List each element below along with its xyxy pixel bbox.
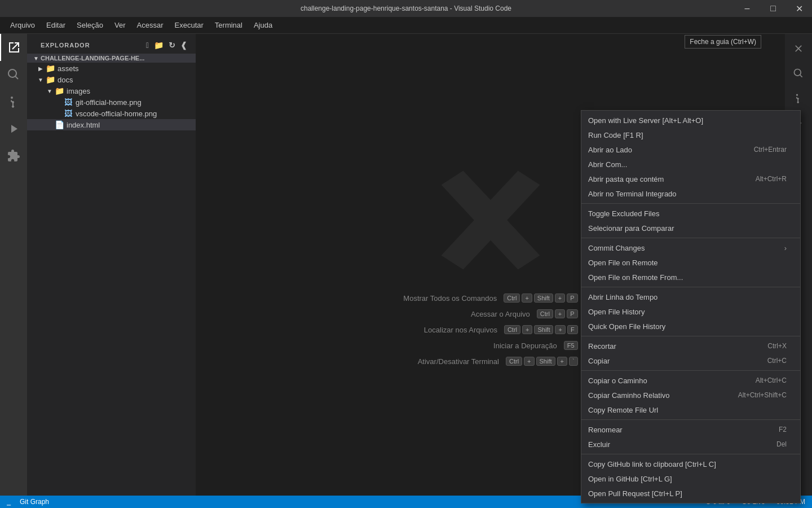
kbd-group-0: Ctrl + Shift + P bbox=[504, 294, 577, 303]
kbd-plus-1: + bbox=[555, 309, 565, 318]
ctx-separator-7 bbox=[581, 238, 800, 238]
collapse-button[interactable]: ❰ bbox=[179, 40, 189, 51]
ctx-menu-item-13[interactable]: Quick Open File History bbox=[581, 319, 800, 334]
welcome-label-4: Ativar/Desativar Terminal bbox=[418, 357, 499, 366]
ctx-item-label-14: Recortar bbox=[588, 342, 616, 351]
ctx-separator-13 bbox=[581, 336, 800, 336]
ctx-menu-item-23[interactable]: Open Pull Request [Ctrl+L P] bbox=[581, 486, 800, 501]
new-folder-button[interactable]: 📁 bbox=[153, 40, 165, 51]
ctx-menu-item-9[interactable]: Open File on Remote bbox=[581, 255, 800, 270]
file-icon-html: 📄 bbox=[54, 120, 64, 129]
close-button[interactable]: ✕ bbox=[786, 0, 812, 17]
minimize-button[interactable]: – bbox=[734, 0, 760, 17]
kbd-ctrl-1: Ctrl bbox=[537, 309, 553, 318]
tree-item-docs[interactable]: ▼ 📁 docs bbox=[27, 74, 196, 85]
menubar: Arquivo Editar Seleção Ver Acessar Execu… bbox=[0, 17, 812, 34]
tree-item-vscode-png[interactable]: 🖼 vscode-official-home.png bbox=[27, 108, 196, 119]
ctx-item-shortcut-14: Ctrl+X bbox=[767, 342, 787, 350]
explorer-header: EXPLORADOR  📁 ↻ ❰ bbox=[27, 34, 196, 54]
ctx-menu-item-11[interactable]: Abrir Linha do Tempo bbox=[581, 290, 800, 304]
statusbar-git-label[interactable]: Git Graph bbox=[17, 498, 51, 506]
menu-editar[interactable]: Editar bbox=[41, 19, 71, 32]
kbd-ctrl-2: Ctrl bbox=[504, 325, 520, 334]
menu-ajuda[interactable]: Ajuda bbox=[248, 19, 278, 32]
ctx-separator-18 bbox=[581, 419, 800, 420]
ctx-item-label-19: Renomear bbox=[588, 426, 623, 434]
ctx-menu-item-16[interactable]: Copiar o CaminhoAlt+Ctrl+C bbox=[581, 373, 800, 388]
kbd-shift-2: Shift bbox=[534, 325, 553, 334]
ctx-item-label-20: Excluir bbox=[588, 440, 610, 449]
tree-section-header[interactable]: ▼ CHALLENGE-LANDING-PAGE-HE... bbox=[27, 54, 196, 63]
ctx-menu-item-15[interactable]: CopiarCtrl+C bbox=[581, 353, 800, 368]
ctx-menu-item-14[interactable]: RecortarCtrl+X bbox=[581, 339, 800, 353]
kbd-group-2: Ctrl + Shift + F bbox=[504, 325, 578, 334]
ctx-item-label-5: Abrir no Terminal Integrado bbox=[588, 190, 677, 198]
statusbar-git-icon[interactable]: ⎯ bbox=[5, 498, 13, 506]
tooltip: Feche a guia (Ctrl+W) bbox=[685, 35, 761, 49]
tree-item-label-html: index.html bbox=[67, 121, 100, 129]
ctx-menu-item-20[interactable]: ExcluirDel bbox=[581, 437, 800, 452]
menu-ver[interactable]: Ver bbox=[109, 19, 131, 32]
maximize-button[interactable]: □ bbox=[760, 0, 786, 17]
menu-acessar[interactable]: Acessar bbox=[131, 19, 169, 32]
ctx-item-label-12: Open File History bbox=[588, 308, 645, 316]
tree-item-label-images: images bbox=[67, 87, 90, 95]
tree-item-label-vscode-png: vscode-official-home.png bbox=[76, 110, 157, 118]
ctx-item-label-22: Open in GitHub [Ctrl+L G] bbox=[588, 475, 672, 483]
ctx-menu-item-7[interactable]: Selecionar para Comparar bbox=[581, 221, 800, 235]
folder-arrow-assets: ▶ bbox=[36, 65, 45, 72]
menu-arquivo[interactable]: Arquivo bbox=[5, 19, 41, 32]
ctx-menu-item-6[interactable]: Toggle Excluded Files bbox=[581, 206, 800, 221]
ctx-menu-item-5[interactable]: Abrir no Terminal Integrado bbox=[581, 186, 800, 201]
welcome-row-0: Mostrar Todos os Comandos Ctrl + Shift +… bbox=[403, 294, 577, 303]
ctx-menu-item-17[interactable]: Copiar Caminho RelativoAlt+Ctrl+Shift+C bbox=[581, 388, 800, 402]
ctx-separator-5 bbox=[581, 203, 800, 204]
activity-debug[interactable] bbox=[0, 115, 27, 142]
ctx-menu-item-12[interactable]: Open File History bbox=[581, 304, 800, 319]
ctx-separator-15 bbox=[581, 370, 800, 371]
ctx-item-label-3: Abrir Com... bbox=[588, 160, 627, 169]
activity-bar bbox=[0, 34, 27, 496]
close-tab-icon[interactable] bbox=[788, 38, 809, 59]
statusbar-left: ⎯ Git Graph bbox=[5, 498, 51, 506]
ctx-menu-item-3[interactable]: Abrir Com... bbox=[581, 157, 800, 172]
ctx-menu-item-10[interactable]: Open File on Remote From... bbox=[581, 270, 800, 284]
tree-item-assets[interactable]: ▶ 📁 assets bbox=[27, 63, 196, 74]
welcome-row-4: Ativar/Desativar Terminal Ctrl + Shift +… bbox=[418, 357, 578, 366]
menu-selecao[interactable]: Seleção bbox=[71, 19, 109, 32]
ctx-menu-item-18[interactable]: Copy Remote File Url bbox=[581, 402, 800, 417]
kbd-plus2-0: + bbox=[555, 294, 565, 303]
activity-git[interactable] bbox=[0, 88, 27, 115]
welcome-label-3: Iniciar a Depuração bbox=[493, 341, 557, 350]
ctx-menu-item-0[interactable]: Open with Live Server [Alt+L Alt+O] bbox=[581, 113, 800, 128]
ctx-menu-item-1[interactable]: Run Code [F1 R] bbox=[581, 128, 800, 142]
kbd-p-0: P bbox=[567, 294, 577, 303]
refresh-button[interactable]: ↻ bbox=[167, 40, 177, 51]
ctx-menu-item-4[interactable]: Abrir pasta que contémAlt+Ctrl+R bbox=[581, 172, 800, 186]
menu-terminal[interactable]: Terminal bbox=[209, 19, 248, 32]
kbd-plus2-2: + bbox=[555, 325, 565, 334]
welcome-content: Mostrar Todos os Comandos Ctrl + Shift +… bbox=[403, 294, 577, 366]
tree-item-git-png[interactable]: 🖼 git-official-home.png bbox=[27, 97, 196, 108]
ctx-menu-item-2[interactable]: Abrir ao LadoCtrl+Entrar bbox=[581, 142, 800, 157]
activity-extensions[interactable] bbox=[0, 142, 27, 169]
menu-executar[interactable]: Executar bbox=[169, 19, 209, 32]
tree-item-images[interactable]: ▼ 📁 images bbox=[27, 85, 196, 97]
ctx-menu-item-22[interactable]: Open in GitHub [Ctrl+L G] bbox=[581, 471, 800, 486]
ctx-item-shortcut-2: Ctrl+Entrar bbox=[754, 146, 787, 154]
ctx-menu-item-21[interactable]: Copy GitHub link to clipboard [Ctrl+L C] bbox=[581, 457, 800, 471]
folder-arrow-images: ▼ bbox=[45, 88, 54, 94]
tree-item-index-html[interactable]: 📄 index.html bbox=[27, 119, 196, 130]
git-right-icon[interactable] bbox=[788, 88, 809, 108]
welcome-row-2: Localizar nos Arquivos Ctrl + Shift + F bbox=[424, 325, 578, 334]
kbd-shift-4: Shift bbox=[536, 357, 555, 366]
ctx-menu-item-19[interactable]: RenomearF2 bbox=[581, 422, 800, 437]
activity-explorer[interactable] bbox=[0, 34, 27, 61]
activity-search[interactable] bbox=[0, 61, 27, 88]
search-right-icon[interactable] bbox=[788, 63, 809, 84]
ctx-item-arrow-8: › bbox=[784, 244, 787, 252]
vscode-logo bbox=[434, 164, 547, 277]
ctx-item-label-16: Copiar o Caminho bbox=[588, 376, 647, 385]
ctx-menu-item-8[interactable]: Commit Changes› bbox=[581, 240, 800, 255]
new-file-button[interactable]:  bbox=[145, 40, 151, 51]
